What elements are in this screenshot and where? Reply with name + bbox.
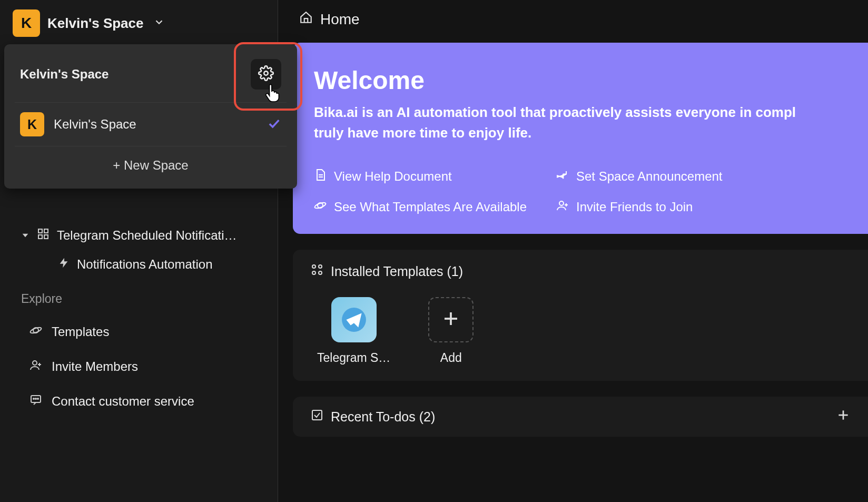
- chat-icon: [29, 393, 42, 409]
- user-plus-icon: [556, 199, 569, 215]
- space-dropdown: Kelvin's Space K Kelvin's Space + New Sp…: [4, 44, 297, 189]
- breadcrumb: Home: [278, 0, 868, 43]
- pin-icon: [556, 169, 569, 184]
- triangle-down-icon: [21, 228, 29, 243]
- svg-point-31: [264, 71, 268, 75]
- template-add[interactable]: Add: [428, 297, 474, 365]
- add-label: Add: [440, 351, 462, 365]
- planet-icon: [314, 199, 327, 215]
- plus-icon[interactable]: [836, 408, 850, 425]
- template-thumbnail: [331, 297, 377, 342]
- chevron-down-icon: [153, 16, 165, 30]
- add-tile: [428, 297, 474, 342]
- svg-point-18: [559, 201, 564, 205]
- svg-rect-3: [38, 235, 42, 239]
- space-option-avatar: K: [20, 112, 44, 136]
- svg-rect-28: [312, 410, 322, 420]
- new-space-button[interactable]: + New Space: [4, 146, 297, 185]
- svg-point-7: [33, 361, 37, 365]
- svg-point-6: [29, 326, 42, 334]
- svg-marker-0: [23, 234, 28, 238]
- gear-icon: [258, 65, 274, 83]
- lightning-icon: [58, 257, 70, 272]
- home-icon: [299, 11, 313, 28]
- invite-label: Invite Members: [52, 359, 138, 374]
- explore-heading: Explore: [0, 279, 278, 314]
- link-see-templates[interactable]: See What Templates Are Available: [314, 199, 546, 215]
- checkbox-icon: [311, 409, 323, 425]
- svg-rect-2: [44, 229, 48, 233]
- space-switcher[interactable]: K Kelvin's Space: [0, 6, 278, 47]
- templates-header: Installed Templates (1): [331, 264, 463, 279]
- template-label: Telegram S…: [317, 351, 390, 365]
- breadcrumb-label: Home: [320, 11, 360, 28]
- installed-templates-section: Installed Templates (1) Telegram S…: [293, 250, 868, 381]
- space-option-name: Kelvin's Space: [54, 117, 257, 132]
- template-telegram[interactable]: Telegram S…: [317, 297, 390, 365]
- todos-header: Recent To-dos (2): [331, 409, 435, 425]
- planet-icon: [29, 324, 42, 340]
- welcome-title: Welcome: [314, 66, 847, 95]
- link-help-document[interactable]: View Help Document: [314, 169, 546, 184]
- main-content: Home Welcome Bika.ai is an AI automation…: [278, 0, 868, 502]
- link-set-announcement[interactable]: Set Space Announcement: [556, 169, 847, 184]
- check-icon: [267, 116, 281, 133]
- space-settings-button[interactable]: [251, 59, 281, 90]
- sidebar-contact-support[interactable]: Contact customer service: [0, 384, 278, 419]
- space-avatar: K: [13, 9, 40, 37]
- svg-point-22: [319, 265, 322, 268]
- svg-point-24: [319, 271, 322, 274]
- sidebar-item-automation[interactable]: Notifications Automation: [0, 250, 278, 279]
- sidebar-folder-telegram[interactable]: Telegram Scheduled Notificati…: [0, 221, 278, 250]
- svg-point-17: [314, 201, 326, 209]
- dropdown-title: Kelvin's Space: [20, 67, 108, 82]
- grid-icon: [37, 228, 50, 243]
- automation-label: Notifications Automation: [77, 257, 212, 272]
- document-icon: [314, 169, 327, 184]
- svg-rect-4: [44, 235, 48, 239]
- svg-point-21: [312, 265, 315, 268]
- plus-icon: [441, 309, 460, 330]
- svg-rect-1: [38, 229, 42, 233]
- space-option-kelvin[interactable]: K Kelvin's Space: [4, 103, 297, 146]
- contact-label: Contact customer service: [52, 394, 194, 409]
- space-name: Kelvin's Space: [47, 15, 144, 32]
- svg-point-12: [35, 398, 36, 399]
- svg-point-23: [312, 271, 315, 274]
- link-invite-friends[interactable]: Invite Friends to Join: [556, 199, 847, 215]
- sidebar-templates[interactable]: Templates: [0, 314, 278, 349]
- svg-point-11: [33, 398, 34, 399]
- recent-todos-section: Recent To-dos (2): [293, 397, 868, 437]
- folder-label: Telegram Scheduled Notificati…: [57, 228, 237, 243]
- user-plus-icon: [29, 359, 42, 375]
- templates-label: Templates: [52, 324, 109, 339]
- welcome-description: Bika.ai is an AI automation tool that pr…: [314, 102, 847, 143]
- apps-icon: [311, 263, 323, 279]
- welcome-card: Welcome Bika.ai is an AI automation tool…: [293, 43, 868, 234]
- svg-point-13: [37, 398, 38, 399]
- sidebar-invite-members[interactable]: Invite Members: [0, 349, 278, 384]
